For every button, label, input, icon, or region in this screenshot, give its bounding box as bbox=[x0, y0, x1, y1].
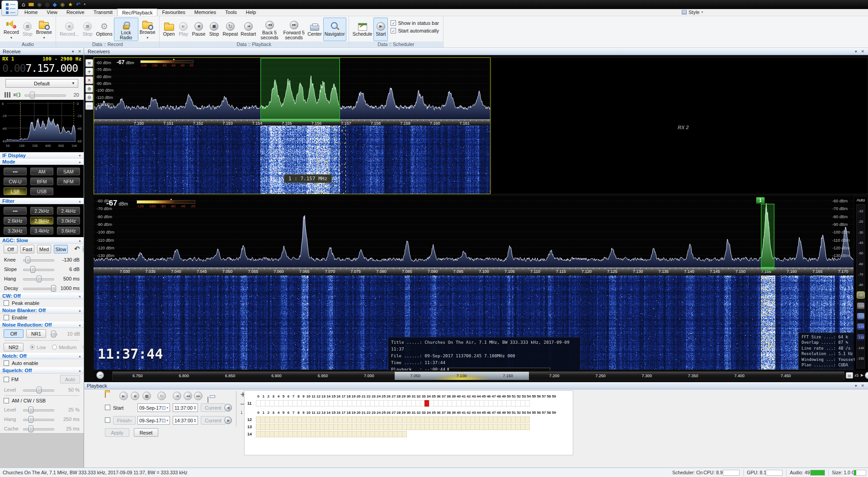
menu-tab-help[interactable]: Help bbox=[241, 9, 261, 16]
waterfall-palette-bar[interactable]: Auto -10-20-30-40-50-60-70-80-90-100-110… bbox=[854, 197, 867, 370]
minute-cell[interactable] bbox=[525, 424, 530, 430]
ribbon-button-stop[interactable]: ■Stop bbox=[80, 18, 94, 41]
receivers-pin-icon[interactable]: ▾ bbox=[855, 49, 857, 54]
add-receiver-icon[interactable]: + bbox=[85, 68, 93, 75]
finish-date-input[interactable]: 09-Sep-17 ▾ bbox=[137, 416, 170, 425]
rx2-display[interactable]: RX 2 bbox=[491, 57, 868, 194]
ribbon-button-navigator[interactable]: Navigator bbox=[323, 18, 346, 41]
quickbar-dropdown-icon[interactable]: ▾ bbox=[84, 1, 85, 8]
playback-back-icon[interactable]: ◀◀ bbox=[184, 392, 192, 400]
nr-button-off[interactable]: Off bbox=[4, 329, 24, 338]
start-time-input[interactable]: 11:37:00 ▲▼ bbox=[173, 403, 198, 412]
ribbon-button-open[interactable]: Open bbox=[162, 18, 176, 41]
ribbon-button-restart[interactable]: |◀Restart bbox=[239, 18, 257, 41]
record-icon[interactable]: ◎ bbox=[45, 1, 49, 8]
favourite-star-icon[interactable]: ★ bbox=[68, 1, 73, 8]
section-noise-blanker[interactable]: Noise Blanker: Off▲ bbox=[0, 307, 84, 313]
finish-jump-icon[interactable]: |▶ bbox=[224, 416, 232, 424]
section-if-display[interactable]: IF Display▼ bbox=[0, 152, 84, 159]
if-spectrum-graph[interactable]: 00-20-20-40-40-60-60501002004008001k6 bbox=[0, 100, 84, 152]
menu-tab-tools[interactable]: Tools bbox=[221, 9, 241, 16]
section-mode[interactable]: Mode▲ bbox=[0, 159, 84, 165]
mode-button-sam[interactable]: SAM bbox=[57, 168, 80, 175]
playback-open-folder-icon[interactable] bbox=[105, 392, 106, 398]
filter-button-3-0khz[interactable]: 3.0kHz bbox=[57, 217, 80, 224]
diamond-icon[interactable]: ◆ bbox=[53, 1, 57, 8]
menu-tab-rec-playback[interactable]: Rec/Playback bbox=[117, 9, 157, 16]
rx1-selection[interactable] bbox=[260, 58, 340, 119]
section-notch[interactable]: Notch: Off▲ bbox=[0, 353, 84, 359]
playback-pin-icon[interactable]: ▾ bbox=[855, 383, 857, 388]
ribbon-button-play[interactable]: ▶Play bbox=[176, 18, 191, 41]
squelch-slider-cache-thumb[interactable] bbox=[28, 426, 33, 432]
agc-slider-knee-thumb[interactable] bbox=[25, 257, 30, 263]
band-rx1-flag[interactable]: 1 bbox=[756, 197, 765, 204]
nav-scale[interactable]: 6.7506.8006.8506.9006.9507.0007.0507.100… bbox=[112, 371, 844, 380]
palette-auto-label[interactable]: Auto bbox=[854, 198, 867, 202]
volume-slider[interactable] bbox=[24, 91, 66, 98]
nav-play-icon[interactable]: ▶ bbox=[861, 373, 863, 377]
playback-stop-icon[interactable]: ■ bbox=[142, 392, 151, 400]
more-icon[interactable]: ⋯ bbox=[85, 102, 93, 110]
volume-slider-thumb[interactable] bbox=[30, 92, 35, 98]
speaker-icon[interactable] bbox=[14, 92, 21, 98]
squelch-slider-level-thumb[interactable] bbox=[28, 407, 33, 413]
menu-tab-favourites[interactable]: Favourites bbox=[157, 9, 189, 16]
playback-close-icon[interactable]: ✕ bbox=[861, 383, 864, 388]
start-jump-icon[interactable]: ◀| bbox=[224, 404, 232, 412]
filter-button-2-6khz[interactable]: 2.6kHz bbox=[4, 217, 27, 224]
time-down-icon[interactable]: ▼ bbox=[194, 408, 196, 410]
display-menu-icon[interactable]: ≡ bbox=[85, 59, 93, 67]
ribbon-button-stop[interactable]: ■Stop bbox=[207, 18, 221, 41]
squelch-am-checkbox[interactable] bbox=[4, 398, 9, 403]
ribbon-button-repeat[interactable]: ↻Repeat bbox=[221, 18, 239, 41]
agc-slider-slope-track[interactable] bbox=[23, 266, 54, 273]
ribbon-button-browse[interactable]: Browse▼ bbox=[138, 18, 157, 41]
filter-button-3-2khz[interactable]: 3.2kHz bbox=[4, 227, 27, 234]
filter-button-x[interactable]: ••• bbox=[4, 207, 27, 215]
menu-tab-view[interactable]: View bbox=[42, 9, 62, 16]
minute-cell[interactable] bbox=[402, 431, 407, 437]
agc-button-slow[interactable]: Slow bbox=[54, 245, 68, 253]
menu-tab-memories[interactable]: Memories bbox=[190, 9, 221, 16]
section-agc[interactable]: AGC: Slow▲ bbox=[0, 237, 84, 243]
ribbon-button-browse[interactable]: Browse▼ bbox=[35, 18, 53, 41]
filter-button-3-6khz[interactable]: 3.6kHz bbox=[57, 227, 80, 234]
mode-button-nfm[interactable]: NFM bbox=[57, 178, 80, 185]
mode-button-usb[interactable]: USB bbox=[30, 187, 53, 195]
squelch-slider-level-track[interactable] bbox=[23, 406, 54, 413]
nr-button-nr1[interactable]: NR1 bbox=[26, 329, 46, 338]
squelch-slider-hang-thumb[interactable] bbox=[28, 416, 33, 423]
mode-button-cw-u[interactable]: CW-U bbox=[4, 178, 27, 185]
agc-button-off[interactable]: Off bbox=[4, 245, 18, 253]
band-frequency-scale[interactable]: 7.0307.0357.0407.0457.0507.0557.0607.065… bbox=[94, 267, 854, 276]
start-current-button[interactable]: Current bbox=[201, 403, 226, 412]
ribbon-button-lock-radio[interactable]: Lock Radio bbox=[114, 18, 138, 41]
rx1-waterfall-canvas[interactable] bbox=[94, 126, 490, 194]
mode-button-x[interactable]: ••• bbox=[4, 168, 27, 175]
nr-slider-thumb[interactable] bbox=[51, 331, 56, 337]
agc-copy-icon[interactable]: ▭ bbox=[83, 246, 84, 253]
finish-dropdown[interactable]: Finish∨ bbox=[113, 416, 136, 425]
undo-icon[interactable]: ↶ bbox=[76, 1, 80, 8]
filter-button-2-8khz[interactable]: 2.8kHz bbox=[30, 217, 53, 224]
agc-button-med[interactable]: Med bbox=[37, 245, 51, 253]
nav-scroll-left-icon[interactable]: ↔ bbox=[96, 371, 104, 379]
mode-button-am[interactable]: AM bbox=[30, 168, 53, 175]
folder-icon[interactable] bbox=[28, 3, 34, 6]
peak-enable-checkbox[interactable] bbox=[4, 300, 9, 306]
reset-button[interactable]: Reset bbox=[134, 428, 158, 437]
finish-checkbox[interactable] bbox=[105, 417, 110, 423]
start-checkbox[interactable] bbox=[105, 405, 110, 410]
minute-cell[interactable] bbox=[525, 416, 530, 423]
playback-play-icon[interactable]: ▶ bbox=[119, 392, 128, 400]
mode-button-bfm[interactable]: BFM bbox=[30, 178, 53, 185]
minute-cell[interactable] bbox=[525, 400, 530, 407]
agc-slider-knee-track[interactable] bbox=[23, 256, 54, 263]
menu-tab-home[interactable]: Home bbox=[20, 9, 42, 16]
nr2-radio-low[interactable]: Low bbox=[30, 345, 46, 350]
playback-forward-icon[interactable]: ▶▶ bbox=[194, 392, 203, 400]
camera-icon[interactable]: ◉ bbox=[60, 1, 65, 8]
section-squelch[interactable]: Squelch: Off▲ bbox=[0, 367, 84, 374]
section-filter[interactable]: Filter▲ bbox=[0, 198, 84, 204]
